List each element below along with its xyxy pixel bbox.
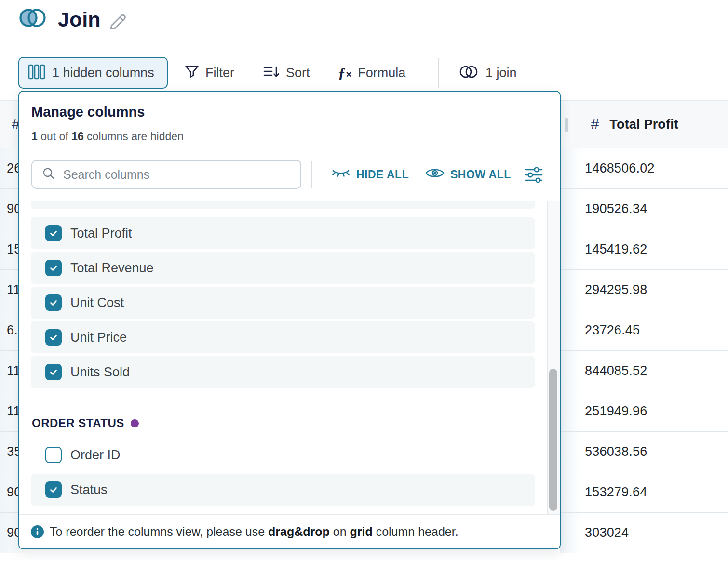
checkbox[interactable] bbox=[45, 260, 62, 276]
formula-button[interactable]: ƒ× Formula bbox=[338, 57, 405, 89]
filter-funnel-icon bbox=[185, 65, 199, 80]
cell-value: 190526.34 bbox=[585, 201, 647, 216]
checkbox[interactable] bbox=[45, 447, 62, 463]
cell-value: 1468506.02 bbox=[585, 161, 655, 176]
cell-value: 145419.62 bbox=[585, 242, 647, 257]
hide-all-button[interactable]: HIDE ALL bbox=[331, 160, 409, 189]
column-item-units-sold[interactable]: Units Sold bbox=[31, 356, 535, 388]
column-item-label: Order ID bbox=[70, 448, 121, 463]
formula-fx-icon: ƒ× bbox=[338, 66, 351, 80]
info-icon bbox=[31, 525, 44, 538]
table-row: 844085.52 bbox=[560, 351, 728, 391]
column-drag-handle[interactable] bbox=[565, 118, 568, 132]
join-label: 1 join bbox=[485, 66, 517, 80]
column-item-unit-price[interactable]: Unit Price bbox=[31, 321, 535, 353]
columns-list-viewport: Total Cost Total Profit Total Revenue Un… bbox=[19, 201, 546, 514]
column-item-order-id[interactable]: Order ID bbox=[31, 439, 535, 471]
checkbox[interactable] bbox=[45, 481, 62, 498]
eye-open-icon bbox=[425, 167, 445, 182]
checkbox[interactable] bbox=[45, 329, 62, 346]
search-columns-box bbox=[31, 160, 301, 189]
column-item-total-cost[interactable]: Total Cost bbox=[31, 201, 535, 209]
popup-subtitle: 1 out of 16 columns are hidden bbox=[31, 130, 184, 143]
column-settings-sliders-icon[interactable] bbox=[525, 167, 543, 185]
hidden-columns-button[interactable]: 1 hidden columns bbox=[18, 57, 168, 89]
column-item-label: Total Profit bbox=[70, 226, 132, 241]
edit-title-pencil-icon[interactable] bbox=[108, 12, 128, 34]
section-label: ORDER STATUS bbox=[32, 416, 124, 430]
table-row: 153279.64 bbox=[560, 472, 728, 513]
search-icon bbox=[42, 167, 55, 182]
table-row: 1468506.02 bbox=[560, 148, 728, 189]
table-row: 145419.62 bbox=[560, 229, 728, 270]
table-row: 190526.34 bbox=[560, 189, 728, 229]
scrollbar-thumb[interactable] bbox=[549, 369, 557, 511]
cell-value: 536038.56 bbox=[585, 444, 647, 459]
page-title: Join bbox=[58, 8, 100, 31]
column-item-total-revenue[interactable]: Total Revenue bbox=[31, 252, 535, 284]
checkbox[interactable] bbox=[45, 364, 62, 380]
popup-footer: To reorder the columns view, please use … bbox=[19, 514, 560, 548]
cell-value: 23726.45 bbox=[585, 323, 640, 338]
formula-label: Formula bbox=[358, 66, 405, 80]
checkbox[interactable] bbox=[45, 294, 62, 311]
hidden-columns-label: 1 hidden columns bbox=[52, 66, 154, 80]
search-columns-input[interactable] bbox=[62, 167, 291, 182]
checkbox[interactable] bbox=[45, 225, 62, 241]
column-item-unit-cost[interactable]: Unit Cost bbox=[31, 287, 535, 319]
sort-label: Sort bbox=[286, 66, 310, 80]
cell-value: 153279.64 bbox=[585, 485, 647, 500]
cell-value: 251949.96 bbox=[585, 404, 647, 419]
filter-label: Filter bbox=[205, 66, 234, 80]
total-profit-column-header[interactable]: # Total Profit bbox=[560, 100, 728, 148]
column-item-label: Total Revenue bbox=[70, 261, 154, 276]
columns-icon bbox=[28, 64, 45, 81]
eye-closed-icon bbox=[331, 167, 351, 182]
column-item-total-profit[interactable]: Total Profit bbox=[31, 217, 535, 249]
table-row: 294295.98 bbox=[560, 270, 728, 310]
filter-button[interactable]: Filter bbox=[185, 57, 234, 89]
table-row: 23726.45 bbox=[560, 310, 728, 351]
hide-all-label: HIDE ALL bbox=[356, 168, 409, 181]
sort-icon bbox=[263, 66, 280, 80]
cell-value: 303024 bbox=[585, 525, 629, 540]
join-button[interactable]: 1 join bbox=[459, 57, 517, 89]
footer-hint-text: To reorder the columns view, please use … bbox=[50, 525, 458, 539]
column-header-label: Total Profit bbox=[609, 117, 678, 132]
popup-divider bbox=[311, 161, 312, 188]
column-item-label: Status bbox=[70, 482, 108, 497]
toolbar-divider bbox=[438, 58, 439, 88]
column-item-label: Unit Price bbox=[70, 330, 127, 345]
join-venn-outline-icon bbox=[459, 65, 479, 81]
sort-button[interactable]: Sort bbox=[263, 57, 310, 89]
numeric-type-icon: # bbox=[591, 116, 599, 133]
section-color-dot bbox=[131, 419, 139, 427]
table-total-profit-column: # Total Profit 1468506.02 190526.34 1454… bbox=[560, 100, 728, 553]
column-item-label: Unit Cost bbox=[70, 295, 124, 310]
table-row: 303024 bbox=[560, 513, 728, 553]
manage-columns-popup: Manage columns 1 out of 16 columns are h… bbox=[18, 91, 561, 549]
section-header-order-status: ORDER STATUS bbox=[31, 416, 535, 430]
show-all-label: SHOW ALL bbox=[450, 168, 511, 181]
join-venn-icon bbox=[18, 6, 48, 32]
cell-value: 6. bbox=[7, 323, 18, 338]
cell-value: 844085.52 bbox=[585, 363, 647, 378]
column-item-label: Units Sold bbox=[70, 365, 130, 380]
table-row: 251949.96 bbox=[560, 391, 728, 432]
table-row: 536038.56 bbox=[560, 432, 728, 472]
show-all-button[interactable]: SHOW ALL bbox=[425, 160, 511, 189]
column-item-status[interactable]: Status bbox=[31, 474, 535, 506]
popup-title: Manage columns bbox=[31, 104, 145, 120]
cell-value: 294295.98 bbox=[585, 282, 647, 297]
